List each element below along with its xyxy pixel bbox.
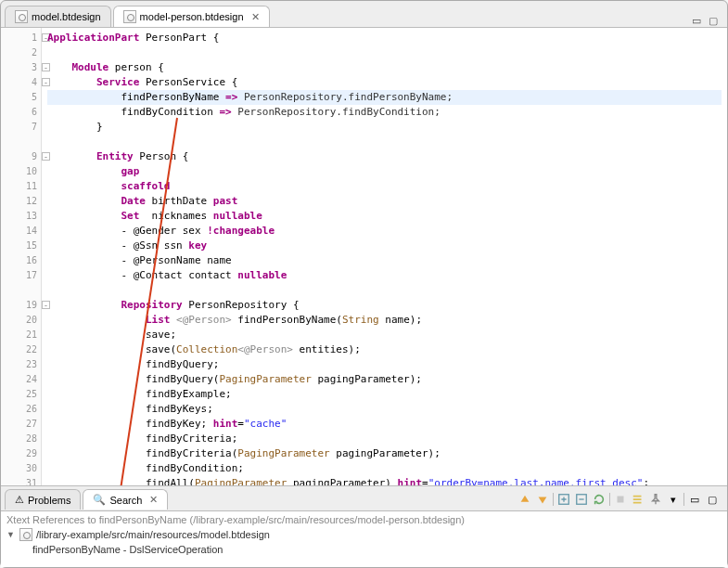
stop-icon[interactable]	[613, 492, 628, 507]
close-icon[interactable]: ✕	[149, 494, 158, 506]
file-icon	[15, 10, 28, 23]
expand-all-icon[interactable]	[556, 492, 571, 507]
tree-child-row[interactable]: findPersonByName - DslServiceOperation	[6, 542, 722, 557]
tab-label: Problems	[28, 495, 70, 506]
tab-label: model.btdesign	[32, 11, 101, 22]
search-summary: Xtext References to findPersonByName (/l…	[6, 514, 722, 525]
search-results[interactable]: Xtext References to findPersonByName (/l…	[1, 510, 727, 567]
bottom-tabbar: ⚠ Problems 🔍 Search ✕ ▾	[1, 486, 727, 510]
tree-root-label: /library-example/src/main/resources/mode…	[36, 529, 270, 540]
minimize-view-icon[interactable]: ▭	[687, 492, 702, 507]
menu-icon[interactable]: ▾	[666, 492, 681, 507]
bottom-panel: ⚠ Problems 🔍 Search ✕ ▾	[1, 485, 727, 567]
tree-root-row[interactable]: ▼ /library-example/src/main/resources/mo…	[6, 527, 722, 542]
file-icon	[19, 528, 32, 541]
pin-icon[interactable]	[648, 492, 663, 507]
editor-window: model.btdesign model-person.btdesign ✕ ▭…	[0, 0, 728, 568]
problems-icon: ⚠	[15, 494, 24, 506]
separator	[553, 493, 554, 506]
editor-tabbar: model.btdesign model-person.btdesign ✕ ▭…	[1, 1, 727, 27]
code-content[interactable]: ApplicationPart PersonPart { Module pers…	[42, 28, 727, 485]
search-toolbar: ▾ ▭ ▢	[517, 492, 723, 507]
nav-up-icon[interactable]	[517, 492, 532, 507]
separator	[609, 493, 610, 506]
code-editor[interactable]: 1-23-4-5679-101112131415161719-202122232…	[1, 27, 727, 485]
nav-down-icon[interactable]	[535, 492, 550, 507]
minimize-icon[interactable]: ▭	[690, 14, 703, 27]
tab-label: Search	[109, 495, 142, 506]
tab-label: model-person.btdesign	[140, 11, 244, 22]
maximize-view-icon[interactable]: ▢	[705, 492, 720, 507]
search-icon: 🔍	[93, 494, 106, 506]
refresh-icon[interactable]	[592, 492, 607, 507]
history-icon[interactable]	[631, 492, 645, 507]
separator	[683, 493, 684, 506]
tree-child-label: findPersonByName - DslServiceOperation	[32, 544, 223, 555]
svg-rect-3	[618, 497, 624, 503]
tab-search[interactable]: 🔍 Search ✕	[83, 489, 168, 510]
disclosure-icon[interactable]: ▼	[6, 530, 16, 539]
close-icon[interactable]: ✕	[251, 11, 260, 23]
tab-model-btdesign[interactable]: model.btdesign	[5, 6, 111, 27]
tab-model-person-btdesign[interactable]: model-person.btdesign ✕	[113, 6, 270, 27]
line-gutter: 1-23-4-5679-101112131415161719-202122232…	[1, 28, 42, 485]
tab-problems[interactable]: ⚠ Problems	[5, 489, 81, 510]
file-icon	[123, 10, 136, 23]
collapse-all-icon[interactable]	[574, 492, 589, 507]
maximize-icon[interactable]: ▢	[707, 14, 720, 27]
